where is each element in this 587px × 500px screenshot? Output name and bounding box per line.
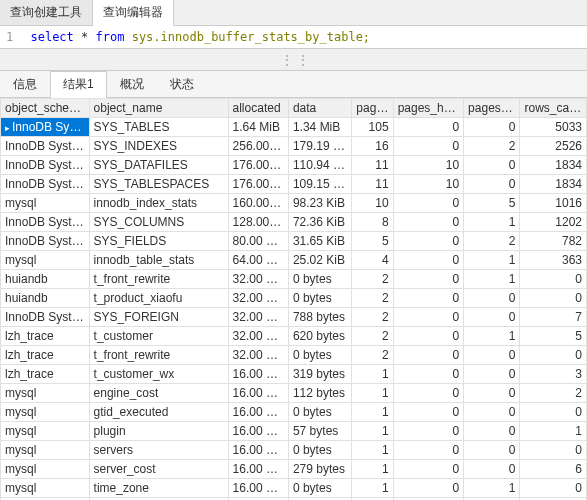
cell-pages[interactable]: 11 [352,175,393,194]
cell-data[interactable]: 109.15 KiB [288,175,351,194]
col-header-object[interactable]: object_name [89,99,228,118]
table-row[interactable]: InnoDB SystemSYS_DATAFILES176.00 KiB110.… [1,156,587,175]
cell-hashed[interactable]: 0 [393,441,463,460]
cell-obj[interactable]: t_front_rewrite [89,270,228,289]
cell-schema[interactable]: mysql [1,422,90,441]
cell-cached[interactable]: 2 [520,384,587,403]
cell-cached[interactable]: 7 [520,308,587,327]
cell-pages[interactable]: 1 [352,422,393,441]
cell-hashed[interactable]: 0 [393,384,463,403]
cell-hashed[interactable]: 0 [393,365,463,384]
table-row[interactable]: mysqlinnodb_index_stats160.00 KiB98.23 K… [1,194,587,213]
cell-schema[interactable]: InnoDB System [1,308,90,327]
cell-data[interactable]: 279 bytes [288,460,351,479]
col-header-rows-cached[interactable]: rows_cached [520,99,587,118]
cell-schema[interactable]: mysql [1,384,90,403]
cell-old[interactable]: 0 [464,346,520,365]
table-row[interactable]: mysqlserver_cost16.00 KiB279 bytes1006 [1,460,587,479]
cell-old[interactable]: 2 [464,137,520,156]
cell-data[interactable]: 0 bytes [288,441,351,460]
cell-hashed[interactable]: 10 [393,156,463,175]
cell-alloc[interactable]: 64.00 KiB [228,251,288,270]
cell-schema[interactable]: lzh_trace [1,327,90,346]
cell-pages[interactable]: 2 [352,289,393,308]
cell-pages[interactable]: 10 [352,194,393,213]
cell-obj[interactable]: SYS_DATAFILES [89,156,228,175]
table-row[interactable]: mysqltime_zone16.00 KiB0 bytes1010 [1,479,587,498]
cell-old[interactable]: 0 [464,175,520,194]
cell-cached[interactable]: 0 [520,479,587,498]
cell-hashed[interactable]: 0 [393,137,463,156]
cell-alloc[interactable]: 16.00 KiB [228,460,288,479]
tab-profile[interactable]: 概况 [107,71,157,97]
table-row[interactable]: InnoDB SystemSYS_FOREIGN32.00 KiB788 byt… [1,308,587,327]
tab-info[interactable]: 信息 [0,71,50,97]
cell-alloc[interactable]: 176.00 KiB [228,156,288,175]
cell-pages[interactable]: 2 [352,270,393,289]
cell-hashed[interactable]: 0 [393,289,463,308]
cell-old[interactable]: 0 [464,308,520,327]
cell-schema[interactable]: InnoDB System [1,118,90,137]
cell-hashed[interactable]: 10 [393,175,463,194]
tab-result1[interactable]: 结果1 [50,71,107,98]
cell-schema[interactable]: huiandb [1,270,90,289]
table-row[interactable]: lzh_tracet_customer_wx16.00 KiB319 bytes… [1,365,587,384]
cell-cached[interactable]: 0 [520,403,587,422]
cell-hashed[interactable]: 0 [393,251,463,270]
cell-data[interactable]: 788 bytes [288,308,351,327]
cell-schema[interactable]: InnoDB System [1,156,90,175]
cell-obj[interactable]: SYS_TABLES [89,118,228,137]
cell-schema[interactable]: mysql [1,479,90,498]
table-row[interactable]: huiandbt_front_rewrite32.00 KiB0 bytes20… [1,270,587,289]
cell-cached[interactable]: 1202 [520,213,587,232]
cell-old[interactable]: 0 [464,365,520,384]
cell-hashed[interactable]: 0 [393,213,463,232]
table-row[interactable]: lzh_tracet_customer32.00 KiB620 bytes201… [1,327,587,346]
cell-data[interactable]: 0 bytes [288,346,351,365]
cell-hashed[interactable]: 0 [393,403,463,422]
col-header-data[interactable]: data [288,99,351,118]
cell-hashed[interactable]: 0 [393,194,463,213]
cell-alloc[interactable]: 1.64 MiB [228,118,288,137]
cell-data[interactable]: 31.65 KiB [288,232,351,251]
cell-alloc[interactable]: 256.00 KiB [228,137,288,156]
cell-cached[interactable]: 3 [520,365,587,384]
cell-obj[interactable]: t_product_xiaofu [89,289,228,308]
splitter[interactable]: ⋮⋮ [0,49,587,71]
cell-pages[interactable]: 1 [352,460,393,479]
cell-old[interactable]: 1 [464,327,520,346]
cell-old[interactable]: 1 [464,479,520,498]
cell-hashed[interactable]: 0 [393,327,463,346]
cell-data[interactable]: 620 bytes [288,327,351,346]
cell-schema[interactable]: huiandb [1,289,90,308]
table-row[interactable]: mysqlgtid_executed16.00 KiB0 bytes1000 [1,403,587,422]
cell-obj[interactable]: time_zone [89,479,228,498]
cell-obj[interactable]: SYS_INDEXES [89,137,228,156]
cell-old[interactable]: 0 [464,441,520,460]
cell-alloc[interactable]: 32.00 KiB [228,327,288,346]
cell-cached[interactable]: 5 [520,327,587,346]
cell-old[interactable]: 0 [464,156,520,175]
cell-obj[interactable]: t_customer [89,327,228,346]
cell-old[interactable]: 1 [464,251,520,270]
cell-pages[interactable]: 2 [352,346,393,365]
cell-obj[interactable]: t_front_rewrite [89,346,228,365]
cell-old[interactable]: 0 [464,460,520,479]
cell-alloc[interactable]: 32.00 KiB [228,308,288,327]
cell-alloc[interactable]: 32.00 KiB [228,346,288,365]
cell-hashed[interactable]: 0 [393,118,463,137]
table-row[interactable]: InnoDB SystemSYS_TABLESPACES176.00 KiB10… [1,175,587,194]
table-row[interactable]: mysqlinnodb_table_stats64.00 KiB25.02 Ki… [1,251,587,270]
cell-data[interactable]: 25.02 KiB [288,251,351,270]
cell-schema[interactable]: InnoDB System [1,175,90,194]
cell-schema[interactable]: InnoDB System [1,232,90,251]
cell-cached[interactable]: 782 [520,232,587,251]
cell-obj[interactable]: t_customer_wx [89,365,228,384]
cell-cached[interactable]: 6 [520,460,587,479]
cell-cached[interactable]: 0 [520,346,587,365]
cell-obj[interactable]: SYS_COLUMNS [89,213,228,232]
cell-hashed[interactable]: 0 [393,460,463,479]
cell-data[interactable]: 110.94 KiB [288,156,351,175]
cell-obj[interactable]: gtid_executed [89,403,228,422]
cell-data[interactable]: 57 bytes [288,422,351,441]
